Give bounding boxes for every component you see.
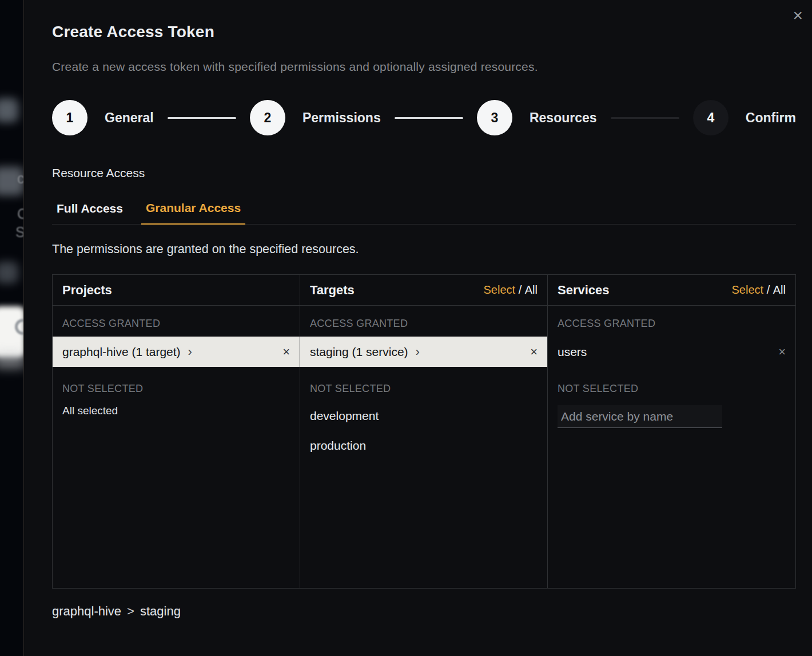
targets-select-link[interactable]: Select	[484, 283, 516, 297]
background-text-fragment: S	[15, 224, 23, 241]
remove-project-button[interactable]: ×	[282, 346, 290, 358]
stepper-step-resources[interactable]: 3 Resources	[477, 100, 597, 135]
projects-column: Projects ACCESS GRANTED graphql-hive (1 …	[53, 275, 300, 588]
close-icon: ×	[793, 6, 803, 25]
services-column: Services Select / All ACCESS GRANTED use…	[548, 275, 795, 588]
targets-select-all: Select / All	[484, 283, 538, 297]
background-text-fragment: c	[17, 170, 23, 187]
breadcrumb-project: graphql-hive	[52, 604, 121, 618]
dimmed-background-page: c C S	[0, 0, 23, 656]
dialog-subtitle: Create a new access token with specified…	[52, 60, 796, 74]
step-label: General	[105, 110, 154, 126]
remove-icon: ×	[282, 345, 290, 359]
projects-column-header: Projects	[53, 275, 300, 306]
step-number-circle: 3	[477, 100, 512, 135]
stepper-step-permissions[interactable]: 2 Permissions	[250, 100, 381, 135]
step-number: 3	[491, 110, 499, 126]
select-all-separator: /	[763, 283, 773, 296]
services-column-header: Services Select / All	[548, 275, 795, 306]
access-mode-tabs: Full Access Granular Access	[52, 201, 796, 225]
targets-column-header: Targets Select / All	[300, 275, 547, 306]
step-label: Permissions	[302, 110, 381, 126]
step-number: 4	[707, 110, 714, 126]
targets-column-title: Targets	[310, 283, 355, 298]
projects-column-title: Projects	[62, 283, 112, 298]
blurred-background-element	[0, 353, 23, 368]
resource-selection-table: Projects ACCESS GRANTED graphql-hive (1 …	[52, 274, 796, 589]
step-number: 1	[66, 110, 74, 126]
targets-access-granted-label: ACCESS GRANTED	[300, 306, 547, 337]
dialog-title: Create Access Token	[52, 23, 796, 41]
remove-service-button[interactable]: ×	[778, 346, 786, 358]
breadcrumb-target: staging	[140, 604, 181, 618]
stepper-connector	[168, 117, 236, 119]
target-option-development[interactable]: development	[300, 402, 547, 431]
target-option-production[interactable]: production	[300, 431, 547, 461]
target-granted-row[interactable]: staging (1 service) › ×	[300, 337, 547, 367]
stepper-step-general[interactable]: 1 General	[52, 100, 154, 135]
resource-access-heading: Resource Access	[52, 166, 796, 180]
stepper-connector	[395, 117, 463, 119]
blurred-background-element	[0, 98, 18, 122]
create-access-token-dialog: × Create Access Token Create a new acces…	[23, 0, 812, 656]
background-text-fragment: C	[17, 206, 23, 222]
stepper-connector-upcoming	[611, 117, 679, 119]
projects-all-selected-note: All selected	[53, 402, 300, 423]
wizard-stepper: 1 General 2 Permissions 3 Resources 4 Co…	[52, 100, 796, 135]
services-access-granted-label: ACCESS GRANTED	[548, 306, 795, 337]
step-number-circle: 2	[250, 100, 285, 135]
step-label: Confirm	[746, 110, 796, 126]
selection-breadcrumb: graphql-hive>staging	[52, 604, 796, 619]
remove-target-button[interactable]: ×	[530, 346, 538, 358]
step-label: Resources	[530, 110, 597, 126]
remove-icon: ×	[530, 345, 538, 359]
project-granted-row[interactable]: graphql-hive (1 target) › ×	[53, 337, 300, 367]
add-service-input[interactable]	[558, 405, 722, 428]
project-granted-name: graphql-hive (1 target)	[62, 345, 181, 359]
targets-not-selected-label: NOT SELECTED	[300, 367, 547, 402]
services-column-title: Services	[558, 283, 610, 298]
service-granted-row[interactable]: users ×	[548, 337, 795, 367]
remove-icon: ×	[778, 345, 786, 359]
targets-column: Targets Select / All ACCESS GRANTED stag…	[300, 275, 548, 588]
chevron-right-icon: ›	[416, 346, 420, 358]
stepper-step-confirm[interactable]: 4 Confirm	[693, 100, 796, 135]
targets-all-link[interactable]: All	[525, 283, 538, 297]
projects-not-selected-label: NOT SELECTED	[53, 367, 300, 402]
close-button[interactable]: ×	[793, 7, 803, 24]
service-granted-name: users	[558, 345, 587, 359]
target-granted-name: staging (1 service)	[310, 345, 408, 359]
services-select-all: Select / All	[732, 283, 786, 297]
breadcrumb-separator: >	[127, 604, 134, 618]
services-all-link[interactable]: All	[773, 283, 786, 297]
step-number-circle: 4	[693, 100, 729, 135]
services-select-link[interactable]: Select	[732, 283, 764, 297]
step-number: 2	[264, 110, 272, 126]
tab-granular-access[interactable]: Granular Access	[141, 201, 245, 225]
blurred-background-element	[0, 262, 18, 283]
select-all-separator: /	[515, 283, 525, 296]
chevron-right-icon: ›	[188, 346, 192, 358]
granular-access-description: The permissions are granted on the speci…	[52, 242, 796, 257]
services-not-selected-label: NOT SELECTED	[548, 367, 795, 402]
step-number-circle: 1	[52, 100, 87, 135]
projects-access-granted-label: ACCESS GRANTED	[53, 306, 300, 337]
tab-full-access[interactable]: Full Access	[52, 201, 128, 225]
